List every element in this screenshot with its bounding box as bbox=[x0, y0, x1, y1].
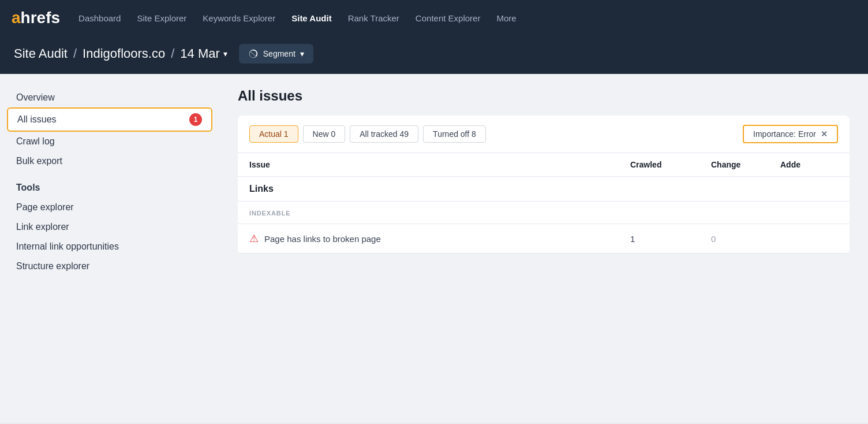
section-links-title: Links bbox=[249, 184, 274, 194]
sidebar-tools-title: Tools bbox=[0, 171, 219, 198]
segment-button[interactable]: Segment ▾ bbox=[239, 44, 313, 64]
table-header: Issue Crawled Change Adde bbox=[238, 153, 850, 177]
breadcrumb-sep1: / bbox=[73, 46, 77, 61]
sidebar-item-bulk-export[interactable]: Bulk export bbox=[0, 151, 219, 171]
main-layout: Overview All issues 1 Crawl log Bulk exp… bbox=[0, 74, 868, 423]
nav-links: Dashboard Site Explorer Keywords Explore… bbox=[78, 13, 856, 23]
sidebar-item-structure-explorer[interactable]: Structure explorer bbox=[0, 256, 219, 276]
logo-hrefs: hrefs bbox=[21, 10, 60, 26]
col-added: Adde bbox=[780, 160, 838, 169]
filter-card: Actual 1 New 0 All tracked 49 Turned off… bbox=[238, 116, 850, 254]
sidebar-item-page-explorer[interactable]: Page explorer bbox=[0, 198, 219, 217]
nav-rank-tracker[interactable]: Rank Tracker bbox=[348, 13, 399, 23]
nav-site-audit[interactable]: Site Audit bbox=[291, 13, 331, 23]
tab-all-tracked[interactable]: All tracked 49 bbox=[350, 125, 418, 143]
crawled-value: 1 bbox=[630, 234, 711, 244]
tab-actual-text: Actual 1 bbox=[259, 129, 289, 139]
warning-icon: ⚠ bbox=[249, 232, 259, 245]
sidebar-item-link-explorer[interactable]: Link explorer bbox=[0, 217, 219, 237]
tab-actual[interactable]: Actual 1 bbox=[249, 125, 298, 143]
filter-tabs: Actual 1 New 0 All tracked 49 Turned off… bbox=[238, 116, 850, 153]
sidebar-item-crawl-log[interactable]: Crawl log bbox=[0, 132, 219, 151]
top-nav: ahrefs Dashboard Site Explorer Keywords … bbox=[0, 0, 868, 36]
nav-site-explorer[interactable]: Site Explorer bbox=[137, 13, 186, 23]
nav-content-explorer[interactable]: Content Explorer bbox=[416, 13, 481, 23]
breadcrumb-domain-dropdown[interactable]: Indigofloors.co bbox=[83, 46, 165, 61]
section-links-header: Links bbox=[238, 177, 850, 202]
segment-arrow: ▾ bbox=[300, 49, 304, 58]
segment-label: Segment bbox=[263, 49, 295, 58]
sidebar-item-all-issues-label: All issues bbox=[17, 114, 57, 125]
nav-more[interactable]: More bbox=[496, 13, 516, 23]
sidebar-item-all-issues[interactable]: All issues 1 bbox=[7, 107, 212, 132]
change-value: 0 bbox=[711, 234, 780, 244]
col-change: Change bbox=[711, 160, 780, 169]
nav-keywords-explorer[interactable]: Keywords Explorer bbox=[203, 13, 275, 23]
breadcrumb-sep2: / bbox=[171, 46, 174, 61]
sidebar-item-internal-link[interactable]: Internal link opportunities bbox=[0, 237, 219, 256]
page-title: All issues bbox=[238, 88, 850, 104]
importance-close[interactable]: ✕ bbox=[821, 129, 828, 139]
col-issue: Issue bbox=[249, 160, 630, 169]
importance-label: Importance: Error bbox=[753, 129, 816, 139]
sidebar-item-overview[interactable]: Overview bbox=[0, 88, 219, 107]
issue-text: Page has links to broken page bbox=[264, 234, 381, 244]
sidebar-badge: 1 bbox=[189, 113, 202, 126]
logo[interactable]: ahrefs bbox=[12, 10, 60, 26]
sidebar: Overview All issues 1 Crawl log Bulk exp… bbox=[0, 74, 219, 423]
issue-cell: ⚠ Page has links to broken page bbox=[249, 232, 630, 245]
section-indexable-header: INDEXABLE bbox=[238, 202, 850, 224]
breadcrumb-date: 14 Mar bbox=[180, 46, 219, 61]
nav-dashboard[interactable]: Dashboard bbox=[78, 13, 121, 23]
content-area: All issues Actual 1 New 0 All tracked 49… bbox=[219, 74, 868, 423]
breadcrumb-date-arrow: ▾ bbox=[223, 49, 227, 58]
breadcrumb-site-audit: Site Audit bbox=[14, 46, 68, 61]
segment-icon bbox=[248, 49, 259, 59]
breadcrumb-domain: Indigofloors.co bbox=[83, 46, 165, 61]
breadcrumb-date-dropdown[interactable]: 14 Mar ▾ bbox=[180, 46, 227, 61]
col-crawled: Crawled bbox=[630, 160, 711, 169]
tab-new[interactable]: New 0 bbox=[303, 125, 346, 143]
table-row[interactable]: ⚠ Page has links to broken page 1 0 bbox=[238, 224, 850, 254]
tab-turned-off[interactable]: Turned off 8 bbox=[423, 125, 486, 143]
tab-importance[interactable]: Importance: Error ✕ bbox=[743, 125, 838, 143]
breadcrumb-bar: Site Audit / Indigofloors.co / 14 Mar ▾ … bbox=[0, 36, 868, 74]
section-indexable-title: INDEXABLE bbox=[249, 210, 290, 217]
logo-a: a bbox=[12, 10, 21, 26]
